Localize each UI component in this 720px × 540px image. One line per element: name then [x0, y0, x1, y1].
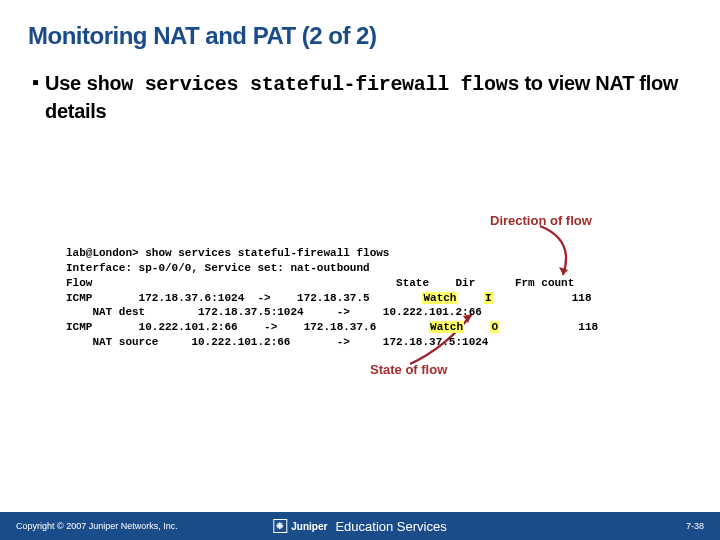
- col-frm: Frm count: [515, 277, 574, 289]
- page-number: 7-38: [686, 521, 704, 531]
- state-highlight: Watch: [429, 321, 464, 333]
- bullet-item: ▪ Use show services stateful-firewall fl…: [0, 64, 720, 124]
- copyright: Copyright © 2007 Juniper Networks, Inc.: [16, 521, 178, 531]
- annotation-direction-label: Direction of flow: [490, 213, 592, 228]
- col-state: State: [396, 277, 429, 289]
- command: show services stateful-firewall flows: [145, 247, 389, 259]
- logo-icon: ❉: [273, 519, 287, 533]
- bullet-prefix: Use: [45, 72, 86, 94]
- col-dir: Dir: [455, 277, 475, 289]
- gap: [457, 292, 483, 304]
- frm: 118: [493, 292, 592, 304]
- slide-title: Monitoring NAT and PAT (2 of 2): [0, 0, 720, 64]
- state-highlight: Watch: [422, 292, 457, 304]
- bullet-code: show services stateful-firewall flows: [86, 73, 519, 96]
- dir-highlight: I: [484, 292, 493, 304]
- row: NAT dest 172.18.37.5:1024 -> 10.222.101.…: [66, 306, 482, 318]
- footer-center: ❉ Juniper Education Services: [273, 519, 446, 534]
- prompt: lab@London>: [66, 247, 145, 259]
- terminal-output: lab@London> show services stateful-firew…: [66, 246, 698, 350]
- gap: [464, 321, 490, 333]
- footer-bar: Copyright © 2007 Juniper Networks, Inc. …: [0, 512, 720, 540]
- annotation-state-label: State of flow: [370, 362, 447, 377]
- bullet-text: Use show services stateful-firewall flow…: [45, 70, 700, 124]
- brand-logo: ❉ Juniper: [273, 519, 327, 533]
- term-line: Interface: sp-0/0/0, Service set: nat-ou…: [66, 262, 370, 274]
- frm: 118: [499, 321, 598, 333]
- col-flow: Flow: [66, 277, 92, 289]
- service-text: Education Services: [335, 519, 446, 534]
- row: ICMP 10.222.101.2:66 -> 172.18.37.6: [66, 321, 429, 333]
- row: ICMP 172.18.37.6:1024 -> 172.18.37.5: [66, 292, 422, 304]
- dir-highlight: O: [490, 321, 499, 333]
- row: NAT source 10.222.101.2:66 -> 172.18.37.…: [66, 336, 488, 348]
- brand-text: Juniper: [291, 521, 327, 532]
- bullet-marker: ▪: [32, 70, 39, 94]
